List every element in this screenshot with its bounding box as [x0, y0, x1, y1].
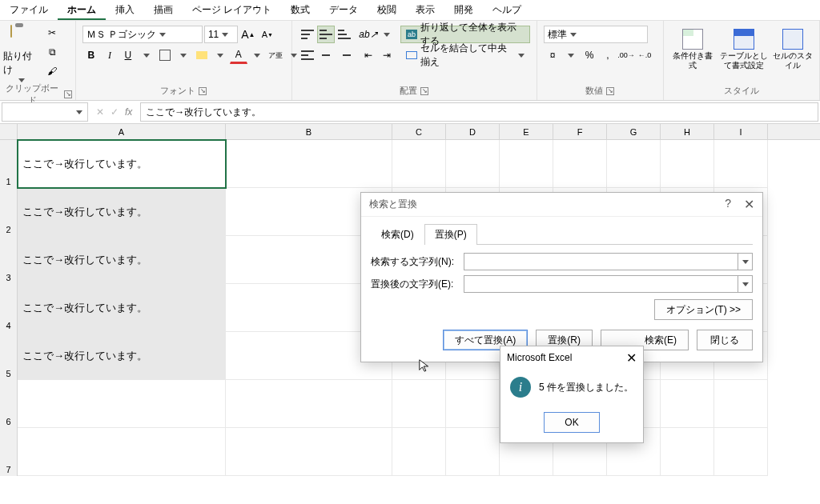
cell-A7[interactable] [18, 428, 226, 476]
accounting-format-button[interactable]: ¤ [544, 46, 561, 64]
tab-replace[interactable]: 置換(P) [424, 224, 477, 245]
underline-dropdown[interactable] [138, 46, 155, 64]
conditional-formatting-button[interactable]: 条件付き書式 [670, 26, 715, 70]
menu-pagelayout[interactable]: ページ レイアウト [183, 0, 281, 20]
increase-indent-button[interactable]: ⇥ [378, 46, 396, 64]
menu-insert[interactable]: 挿入 [106, 0, 144, 20]
fill-color-dropdown[interactable] [211, 46, 229, 64]
format-as-table-button[interactable]: テーブルとして書式設定 [718, 26, 770, 70]
cell-A1[interactable]: ここで→改行しています。 [18, 140, 226, 188]
dialog-launcher-icon[interactable]: ↘ [606, 87, 614, 95]
cell-D1[interactable] [446, 140, 500, 188]
dialog-launcher-icon[interactable]: ↘ [64, 90, 72, 98]
borders-button[interactable] [156, 46, 174, 64]
replace-with-input[interactable] [464, 275, 738, 293]
col-header-E[interactable]: E [500, 124, 553, 139]
orientation-button[interactable]: ab↗ [360, 26, 377, 43]
cell-A4[interactable]: ここで→改行しています。 [18, 284, 226, 332]
row-header-4[interactable]: 4 [0, 284, 18, 332]
tab-find[interactable]: 検索(D) [371, 224, 424, 245]
align-left-button[interactable] [299, 46, 316, 64]
format-painter-button[interactable]: 🖌 [43, 62, 61, 80]
fx-button[interactable]: fx [125, 106, 132, 118]
cell-A5[interactable]: ここで→改行しています。 [18, 332, 226, 380]
cell-C1[interactable] [392, 140, 446, 188]
menu-review[interactable]: 校閲 [368, 0, 406, 20]
cell-H6[interactable] [661, 380, 714, 428]
bold-button[interactable]: B [82, 46, 100, 64]
align-bottom-button[interactable] [336, 26, 353, 43]
cell-E1[interactable] [500, 140, 553, 188]
font-name-select[interactable]: ＭＳ Ｐゴシック [82, 26, 203, 43]
cut-button[interactable]: ✂ [43, 24, 61, 42]
options-button[interactable]: オプション(T) >> [654, 299, 753, 320]
cancel-formula-button[interactable]: ✕ [96, 106, 104, 118]
wrap-text-button[interactable]: ab 折り返して全体を表示する [400, 26, 530, 43]
cell-F1[interactable] [553, 140, 607, 188]
align-top-button[interactable] [299, 26, 316, 43]
replace-history-dropdown[interactable] [738, 275, 753, 293]
grow-font-button[interactable]: A▲ [239, 26, 257, 43]
message-box-close-button[interactable]: ✕ [626, 350, 637, 366]
cell-C6[interactable] [392, 380, 446, 428]
col-header-F[interactable]: F [553, 124, 607, 139]
font-color-button[interactable]: A [230, 46, 247, 64]
shrink-font-button[interactable]: A▼ [259, 26, 276, 43]
copy-button[interactable]: ⧉ [43, 43, 61, 61]
align-middle-button[interactable] [317, 26, 335, 43]
italic-button[interactable]: I [101, 46, 119, 64]
cell-A2[interactable]: ここで→改行しています。 [18, 188, 226, 236]
align-center-button[interactable] [317, 46, 335, 64]
merge-center-button[interactable]: セルを結合して中央揃え [400, 46, 530, 64]
font-color-dropdown[interactable] [248, 46, 266, 64]
number-format-select[interactable]: 標準 [544, 26, 648, 43]
accounting-dropdown[interactable] [562, 46, 580, 64]
col-header-A[interactable]: A [18, 124, 226, 139]
enter-formula-button[interactable]: ✓ [111, 106, 119, 118]
ok-button[interactable]: OK [544, 412, 600, 433]
help-button[interactable]: ? [725, 197, 731, 212]
cell-I1[interactable] [714, 140, 768, 188]
cell-C7[interactable] [392, 428, 446, 476]
dialog-launcher-icon[interactable]: ↘ [199, 87, 207, 95]
col-header-B[interactable]: B [226, 124, 392, 139]
percent-button[interactable]: % [581, 46, 598, 64]
cell-B7[interactable] [226, 428, 392, 476]
menu-draw[interactable]: 描画 [144, 0, 183, 20]
row-header-3[interactable]: 3 [0, 236, 18, 284]
phonetic-button[interactable]: ア亜 [267, 46, 284, 64]
cell-A6[interactable] [18, 380, 226, 428]
row-header-7[interactable]: 7 [0, 428, 18, 476]
menu-home[interactable]: ホーム [58, 0, 106, 20]
cell-styles-button[interactable]: セルのスタイル [773, 26, 813, 70]
find-what-input[interactable] [464, 253, 738, 270]
close-button[interactable]: ✕ [744, 197, 754, 212]
menu-help[interactable]: ヘルプ [483, 0, 531, 20]
formula-bar[interactable]: ここで→改行しています。 [140, 102, 818, 122]
underline-button[interactable]: U [119, 46, 137, 64]
cell-I7[interactable] [714, 428, 768, 476]
close-dialog-button[interactable]: 閉じる [697, 330, 753, 350]
cell-H1[interactable] [661, 140, 714, 188]
cell-I6[interactable] [714, 380, 768, 428]
col-header-I[interactable]: I [714, 124, 768, 139]
cell-A3[interactable]: ここで→改行しています。 [18, 236, 226, 284]
cell-D7[interactable] [446, 428, 500, 476]
col-header-G[interactable]: G [607, 124, 661, 139]
cell-D6[interactable] [446, 380, 500, 428]
find-history-dropdown[interactable] [738, 253, 753, 270]
select-all-corner[interactable] [0, 124, 18, 139]
cell-B1[interactable] [226, 140, 392, 188]
col-header-D[interactable]: D [446, 124, 500, 139]
row-header-6[interactable]: 6 [0, 380, 18, 428]
cell-B6[interactable] [226, 380, 392, 428]
name-box[interactable] [2, 102, 88, 122]
dialog-launcher-icon[interactable]: ↘ [420, 87, 428, 95]
fill-color-button[interactable] [193, 46, 211, 64]
row-header-1[interactable]: 1 [0, 140, 18, 188]
menu-formulas[interactable]: 数式 [281, 0, 320, 20]
borders-dropdown[interactable] [175, 46, 192, 64]
increase-decimal-button[interactable]: .00→ [617, 46, 635, 64]
decrease-indent-button[interactable]: ⇤ [360, 46, 377, 64]
menu-view[interactable]: 表示 [406, 0, 444, 20]
